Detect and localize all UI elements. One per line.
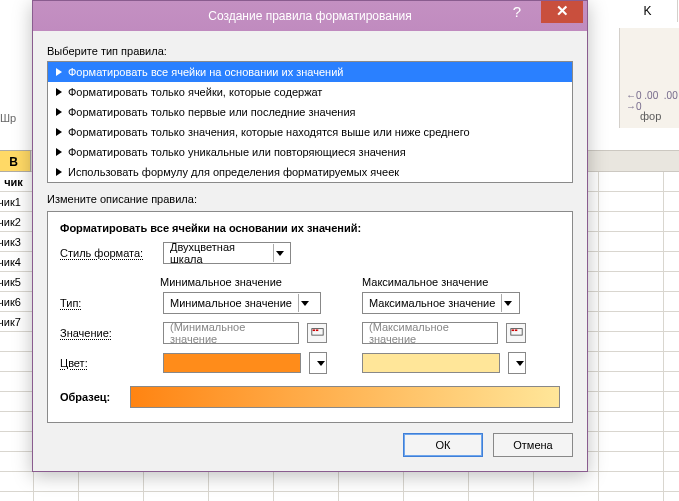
- min-header: Минимальное значение: [160, 276, 362, 288]
- max-value-input[interactable]: (Максимальное значение: [362, 322, 498, 344]
- column-header-b[interactable]: B: [0, 150, 31, 172]
- max-color-swatch: [362, 353, 500, 373]
- arrow-icon: [56, 168, 62, 176]
- type-label: Тип:: [60, 297, 155, 309]
- rule-type-item[interactable]: Форматировать только первые или последни…: [48, 102, 572, 122]
- format-style-dropdown[interactable]: Двухцветная шкала: [163, 242, 291, 264]
- rule-type-label: Форматировать только ячейки, которые сод…: [68, 86, 322, 98]
- rule-type-list: Форматировать все ячейки на основании их…: [47, 61, 573, 183]
- min-type-dropdown[interactable]: Минимальное значение: [163, 292, 321, 314]
- dialog-buttons: ОК Отмена: [33, 427, 587, 471]
- rule-type-label: Форматировать только первые или последни…: [68, 106, 356, 118]
- chevron-down-icon: [515, 354, 525, 372]
- cancel-button[interactable]: Отмена: [493, 433, 573, 457]
- arrow-icon: [56, 108, 62, 116]
- dialog-title: Создание правила форматирования: [208, 9, 412, 23]
- preview-label: Образец:: [60, 391, 122, 403]
- min-value-input[interactable]: (Минимальное значение: [163, 322, 299, 344]
- rule-type-item[interactable]: Форматировать все ячейки на основании их…: [48, 62, 572, 82]
- chevron-down-icon: [298, 294, 311, 312]
- rule-type-item[interactable]: Использовать формулу для определения фор…: [48, 162, 572, 182]
- max-type-value: Максимальное значение: [369, 297, 495, 309]
- range-picker-icon: [311, 327, 324, 340]
- rule-type-item[interactable]: Форматировать только значения, которые н…: [48, 122, 572, 142]
- formatting-rule-dialog: Создание правила форматирования ? ✕ Выбе…: [32, 0, 588, 472]
- chevron-down-icon: [273, 244, 286, 262]
- max-range-picker-button[interactable]: [506, 323, 526, 343]
- edit-description-label: Измените описание правила:: [47, 193, 573, 205]
- arrow-icon: [56, 68, 62, 76]
- arrow-icon: [56, 128, 62, 136]
- ok-button[interactable]: ОК: [403, 433, 483, 457]
- ribbon-fragment-label: Шр: [0, 112, 16, 124]
- svg-rect-4: [511, 329, 513, 331]
- decrease-increase-decimal[interactable]: ←0 .00 .00 →0: [626, 90, 679, 112]
- ribbon-number-group: ←0 .00 .00 →0 фор: [619, 28, 679, 128]
- rule-type-item[interactable]: Форматировать только ячейки, которые сод…: [48, 82, 572, 102]
- range-picker-icon: [510, 327, 523, 340]
- rule-type-item[interactable]: Форматировать только уникальные или повт…: [48, 142, 572, 162]
- gradient-preview: [130, 386, 560, 408]
- rule-type-label: Форматировать все ячейки на основании их…: [68, 66, 343, 78]
- chevron-down-icon: [316, 354, 326, 372]
- rule-type-label: Форматировать только значения, которые н…: [68, 126, 470, 138]
- format-style-label: Стиль формата:: [60, 247, 155, 259]
- min-color-dropdown[interactable]: [309, 352, 327, 374]
- rule-description-box: Форматировать все ячейки на основании их…: [47, 211, 573, 423]
- close-button[interactable]: ✕: [541, 1, 583, 23]
- color-label: Цвет:: [60, 357, 155, 369]
- min-range-picker-button[interactable]: [307, 323, 327, 343]
- arrow-icon: [56, 88, 62, 96]
- arrow-icon: [56, 148, 62, 156]
- chevron-down-icon: [501, 294, 514, 312]
- min-color-swatch: [163, 353, 301, 373]
- value-label: Значение:: [60, 327, 155, 339]
- format-style-value: Двухцветная шкала: [170, 241, 267, 265]
- titlebar[interactable]: Создание правила форматирования ? ✕: [33, 1, 587, 31]
- column-header-k[interactable]: K: [618, 0, 678, 22]
- select-rule-type-label: Выберите тип правила:: [47, 45, 573, 57]
- max-header: Максимальное значение: [362, 276, 560, 288]
- max-type-dropdown[interactable]: Максимальное значение: [362, 292, 520, 314]
- svg-rect-1: [312, 329, 314, 331]
- ribbon-group-label: фор: [640, 110, 661, 122]
- svg-rect-5: [514, 329, 516, 331]
- rule-type-label: Форматировать только уникальные или повт…: [68, 146, 406, 158]
- max-color-dropdown[interactable]: [508, 352, 526, 374]
- help-button[interactable]: ?: [497, 1, 537, 23]
- description-title: Форматировать все ячейки на основании их…: [60, 222, 560, 234]
- min-type-value: Минимальное значение: [170, 297, 292, 309]
- rule-type-label: Использовать формулу для определения фор…: [68, 166, 399, 178]
- svg-rect-2: [315, 329, 317, 331]
